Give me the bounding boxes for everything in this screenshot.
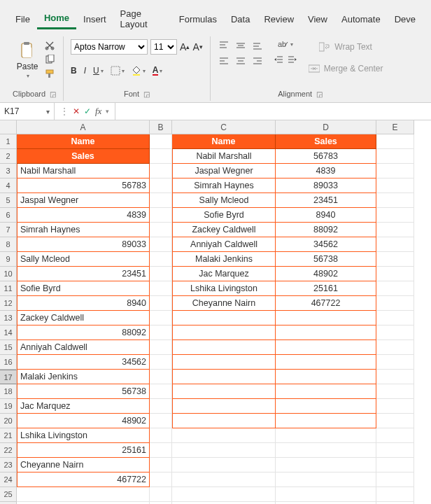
cell-A16[interactable]: 34562 — [17, 355, 150, 370]
cell-D9[interactable]: 56738 — [276, 252, 376, 267]
cell-C2[interactable]: Nabil Marshall — [172, 149, 276, 164]
cell-B14[interactable] — [150, 326, 172, 340]
cell-C24[interactable] — [172, 472, 276, 487]
cell-D3[interactable]: 4839 — [276, 164, 376, 178]
row-header-8[interactable]: 8 — [0, 237, 17, 252]
cell-B20[interactable] — [150, 414, 172, 428]
cell-D6[interactable]: 8940 — [276, 208, 376, 223]
row-header-7[interactable]: 7 — [0, 223, 17, 237]
align-center-button[interactable] — [234, 55, 247, 67]
tab-formulas[interactable]: Formulas — [172, 11, 224, 29]
cell-B6[interactable] — [150, 208, 172, 223]
copy-button[interactable] — [45, 55, 55, 64]
row-header-18[interactable]: 18 — [0, 384, 17, 399]
cell-D11[interactable]: 25161 — [276, 281, 376, 296]
row-header-10[interactable]: 10 — [0, 267, 17, 281]
row-header-5[interactable]: 5 — [0, 193, 17, 208]
cell-C9[interactable]: Malaki Jenkins — [172, 252, 276, 267]
tab-review[interactable]: Review — [257, 11, 301, 29]
cell-D15[interactable] — [276, 340, 376, 355]
row-header-24[interactable]: 24 — [0, 472, 17, 487]
cell-A18[interactable]: 56738 — [17, 384, 150, 399]
font-launcher[interactable]: ◲ — [143, 90, 150, 98]
cell-B11[interactable] — [150, 281, 172, 296]
row-header-12[interactable]: 12 — [0, 296, 17, 311]
merge-center-button[interactable]: Merge & Center — [309, 61, 383, 76]
font-color-button[interactable]: A▾ — [153, 66, 163, 76]
cut-button[interactable] — [45, 41, 55, 50]
cell-B15[interactable] — [150, 340, 172, 355]
select-all-corner[interactable] — [0, 120, 17, 134]
row-header-6[interactable]: 6 — [0, 208, 17, 223]
cell-C7[interactable]: Zackey Caldwell — [172, 223, 276, 237]
cell-E6[interactable] — [376, 208, 414, 223]
cell-C4[interactable]: Simrah Haynes — [172, 178, 276, 193]
row-header-23[interactable]: 23 — [0, 458, 17, 472]
cell-B7[interactable] — [150, 223, 172, 237]
cell-C21[interactable] — [172, 428, 276, 443]
cell-B19[interactable] — [150, 399, 172, 414]
cell-D17[interactable] — [276, 370, 376, 384]
row-header-11[interactable]: 11 — [0, 281, 17, 296]
cell-B17[interactable] — [150, 370, 172, 384]
cell-E16[interactable] — [376, 355, 414, 370]
worksheet[interactable]: ABCDE 1NameNameSales2SalesNabil Marshall… — [0, 120, 431, 504]
cell-B25[interactable] — [150, 487, 172, 502]
tab-home[interactable]: Home — [37, 10, 76, 29]
cell-C3[interactable]: Jaspal Wegner — [172, 164, 276, 178]
cell-B24[interactable] — [150, 472, 172, 487]
row-header-25[interactable]: 25 — [0, 487, 17, 502]
row-header-16[interactable]: 16 — [0, 355, 17, 370]
cell-A11[interactable]: Sofie Byrd — [17, 281, 150, 296]
cell-A23[interactable]: Cheyanne Nairn — [17, 458, 150, 472]
italic-button[interactable]: I — [84, 66, 86, 76]
cell-B21[interactable] — [150, 428, 172, 443]
cell-E22[interactable] — [376, 443, 414, 458]
cell-D12[interactable]: 467722 — [276, 296, 376, 311]
row-header-21[interactable]: 21 — [0, 428, 17, 443]
cell-A2[interactable]: Sales — [17, 149, 150, 164]
cell-D18[interactable] — [276, 384, 376, 399]
cell-E19[interactable] — [376, 399, 414, 414]
cell-E23[interactable] — [376, 458, 414, 472]
cell-E12[interactable] — [376, 296, 414, 311]
col-header-C[interactable]: C — [172, 120, 276, 134]
wrap-text-button[interactable]: Wrap Text — [309, 39, 383, 54]
cell-C12[interactable]: Cheyanne Nairn — [172, 296, 276, 311]
cell-D25[interactable] — [276, 487, 376, 502]
cell-A21[interactable]: Lshika Livingston — [17, 428, 150, 443]
paste-button[interactable]: Paste ▾ — [14, 39, 41, 80]
cell-E21[interactable] — [376, 428, 414, 443]
row-header-14[interactable]: 14 — [0, 326, 17, 340]
cell-A22[interactable]: 25161 — [17, 443, 150, 458]
format-painter-button[interactable] — [45, 69, 55, 78]
cell-C8[interactable]: Anniyah Caldwell — [172, 237, 276, 252]
cell-C23[interactable] — [172, 458, 276, 472]
borders-button[interactable]: ▾ — [111, 66, 125, 76]
cell-C14[interactable] — [172, 326, 276, 340]
cell-A10[interactable]: 23451 — [17, 267, 150, 281]
row-header-15[interactable]: 15 — [0, 340, 17, 355]
cell-B9[interactable] — [150, 252, 172, 267]
cell-A9[interactable]: Sally Mcleod — [17, 252, 150, 267]
row-header-9[interactable]: 9 — [0, 252, 17, 267]
cell-A3[interactable]: Nabil Marshall — [17, 164, 150, 178]
cell-B1[interactable] — [150, 134, 172, 149]
row-header-1[interactable]: 1 — [0, 134, 17, 149]
cell-C15[interactable] — [172, 340, 276, 355]
cell-E10[interactable] — [376, 267, 414, 281]
tab-file[interactable]: File — [8, 11, 37, 29]
cell-E11[interactable] — [376, 281, 414, 296]
formula-input[interactable] — [115, 103, 431, 120]
cell-E8[interactable] — [376, 237, 414, 252]
cell-C19[interactable] — [172, 399, 276, 414]
cell-E1[interactable] — [376, 134, 414, 149]
col-header-E[interactable]: E — [376, 120, 414, 134]
cell-B2[interactable] — [150, 149, 172, 164]
cell-E4[interactable] — [376, 178, 414, 193]
cell-A14[interactable]: 88092 — [17, 326, 150, 340]
cell-C25[interactable] — [172, 487, 276, 502]
cell-D23[interactable] — [276, 458, 376, 472]
cell-A17[interactable]: Malaki Jenkins — [17, 370, 150, 384]
col-header-B[interactable]: B — [150, 120, 172, 134]
